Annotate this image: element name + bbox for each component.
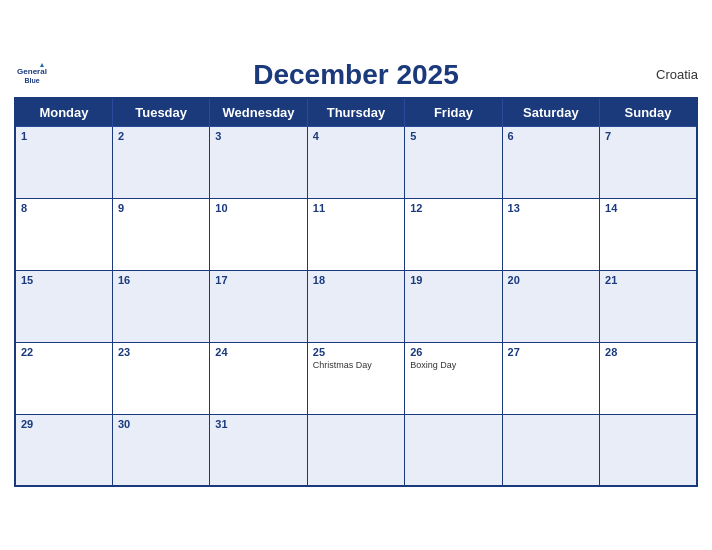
- day-number: 26: [410, 346, 496, 358]
- calendar-cell: [307, 414, 404, 486]
- day-number: 27: [508, 346, 594, 358]
- calendar-header: General Blue December 2025 Croatia: [14, 59, 698, 91]
- calendar-body: 1234567891011121314151617181920212223242…: [15, 126, 697, 486]
- calendar-cell: 20: [502, 270, 599, 342]
- calendar-cell: 26Boxing Day: [405, 342, 502, 414]
- day-number: 20: [508, 274, 594, 286]
- calendar-cell: 28: [600, 342, 697, 414]
- day-number: 18: [313, 274, 399, 286]
- calendar-cell: [502, 414, 599, 486]
- day-number: 3: [215, 130, 301, 142]
- calendar-cell: 27: [502, 342, 599, 414]
- day-number: 19: [410, 274, 496, 286]
- col-tuesday: Tuesday: [112, 98, 209, 127]
- week-row-2: 891011121314: [15, 198, 697, 270]
- calendar-cell: 11: [307, 198, 404, 270]
- calendar-cell: 18: [307, 270, 404, 342]
- day-number: 2: [118, 130, 204, 142]
- day-number: 16: [118, 274, 204, 286]
- day-number: 30: [118, 418, 204, 430]
- calendar-cell: 23: [112, 342, 209, 414]
- calendar-cell: 7: [600, 126, 697, 198]
- day-number: 23: [118, 346, 204, 358]
- day-number: 31: [215, 418, 301, 430]
- holiday-name: Christmas Day: [313, 360, 399, 371]
- col-friday: Friday: [405, 98, 502, 127]
- calendar-cell: 14: [600, 198, 697, 270]
- calendar-cell: 1: [15, 126, 112, 198]
- calendar-cell: 12: [405, 198, 502, 270]
- day-number: 10: [215, 202, 301, 214]
- calendar-cell: 4: [307, 126, 404, 198]
- week-row-4: 22232425Christmas Day26Boxing Day2728: [15, 342, 697, 414]
- day-number: 25: [313, 346, 399, 358]
- calendar-wrapper: General Blue December 2025 Croatia Monda…: [0, 49, 712, 502]
- calendar-thead: Monday Tuesday Wednesday Thursday Friday…: [15, 98, 697, 127]
- day-number: 8: [21, 202, 107, 214]
- calendar-cell: 29: [15, 414, 112, 486]
- day-number: 4: [313, 130, 399, 142]
- calendar-cell: 19: [405, 270, 502, 342]
- month-title: December 2025: [253, 59, 458, 91]
- col-saturday: Saturday: [502, 98, 599, 127]
- day-number: 9: [118, 202, 204, 214]
- calendar-cell: 6: [502, 126, 599, 198]
- day-number: 1: [21, 130, 107, 142]
- day-number: 13: [508, 202, 594, 214]
- calendar-cell: 15: [15, 270, 112, 342]
- holiday-name: Boxing Day: [410, 360, 496, 371]
- calendar-cell: 31: [210, 414, 307, 486]
- day-number: 14: [605, 202, 691, 214]
- calendar-cell: 9: [112, 198, 209, 270]
- col-thursday: Thursday: [307, 98, 404, 127]
- day-number: 5: [410, 130, 496, 142]
- day-number: 6: [508, 130, 594, 142]
- calendar-cell: 16: [112, 270, 209, 342]
- day-number: 22: [21, 346, 107, 358]
- country-label: Croatia: [656, 67, 698, 82]
- svg-text:General: General: [17, 67, 47, 76]
- calendar-cell: 17: [210, 270, 307, 342]
- calendar-cell: 10: [210, 198, 307, 270]
- week-row-1: 1234567: [15, 126, 697, 198]
- calendar-cell: 22: [15, 342, 112, 414]
- calendar-cell: 21: [600, 270, 697, 342]
- day-number: 12: [410, 202, 496, 214]
- day-number: 24: [215, 346, 301, 358]
- col-wednesday: Wednesday: [210, 98, 307, 127]
- col-monday: Monday: [15, 98, 112, 127]
- week-row-3: 15161718192021: [15, 270, 697, 342]
- calendar-table: Monday Tuesday Wednesday Thursday Friday…: [14, 97, 698, 488]
- day-number: 29: [21, 418, 107, 430]
- calendar-cell: 3: [210, 126, 307, 198]
- calendar-cell: 24: [210, 342, 307, 414]
- logo: General Blue: [14, 61, 50, 89]
- day-number: 11: [313, 202, 399, 214]
- svg-text:Blue: Blue: [24, 77, 39, 84]
- day-number: 28: [605, 346, 691, 358]
- calendar-cell: 13: [502, 198, 599, 270]
- calendar-cell: 30: [112, 414, 209, 486]
- col-sunday: Sunday: [600, 98, 697, 127]
- calendar-cell: [600, 414, 697, 486]
- day-number: 17: [215, 274, 301, 286]
- calendar-cell: 5: [405, 126, 502, 198]
- calendar-cell: 25Christmas Day: [307, 342, 404, 414]
- header-row: Monday Tuesday Wednesday Thursday Friday…: [15, 98, 697, 127]
- day-number: 21: [605, 274, 691, 286]
- calendar-cell: 2: [112, 126, 209, 198]
- day-number: 15: [21, 274, 107, 286]
- calendar-cell: [405, 414, 502, 486]
- calendar-cell: 8: [15, 198, 112, 270]
- week-row-5: 293031: [15, 414, 697, 486]
- day-number: 7: [605, 130, 691, 142]
